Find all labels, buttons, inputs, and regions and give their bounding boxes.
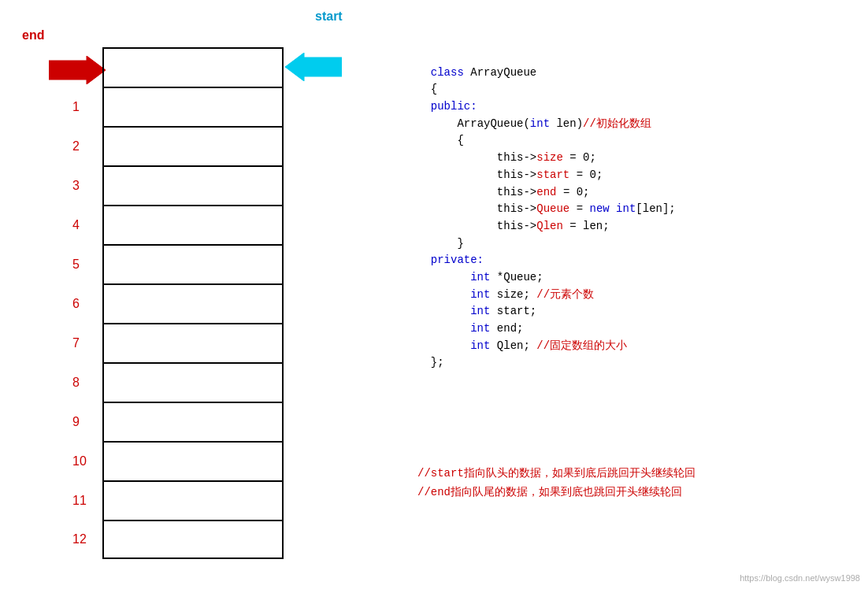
cell-index-8: 8 [72,376,80,390]
cell-index-4: 4 [72,218,80,232]
array-cell-12: 12 [102,520,284,559]
array-cell-9: 9 [102,402,284,441]
array-cell-2: 2 [102,126,284,165]
cell-index-5: 5 [72,257,80,272]
cell-index-10: 10 [72,454,87,469]
array-cell-8: 8 [102,362,284,402]
array-visualization: 0 1 2 3 4 5 6 7 8 9 10 11 12 [102,47,284,559]
array-cell-6: 6 [102,283,284,323]
watermark: https://blog.csdn.net/wysw1998 [740,573,860,583]
cell-index-9: 9 [72,415,80,429]
end-label: end [22,28,44,43]
note-line-1: //start指向队头的数据，如果到底后跳回开头继续轮回 [417,465,696,483]
cell-index-2: 2 [72,139,80,154]
array-cell-7: 7 [102,323,284,362]
array-cell-1: 1 [102,87,284,126]
cell-index-1: 1 [72,100,80,114]
cell-index-12: 12 [72,532,87,546]
start-arrow [285,53,342,85]
svg-marker-1 [285,53,342,81]
array-cell-4: 4 [102,205,284,244]
cell-index-7: 7 [72,336,80,350]
cell-index-0: 0 [72,61,80,75]
footer-notes: //start指向队头的数据，如果到底后跳回开头继续轮回 //end指向队尾的数… [417,465,696,502]
cell-index-11: 11 [72,494,87,508]
array-cell-11: 11 [102,480,284,520]
array-cell-5: 5 [102,244,284,283]
code-block: class ArrayQueue { public: ArrayQueue(in… [417,47,676,372]
array-cell-0: 0 [102,47,284,87]
cell-index-3: 3 [72,179,80,193]
start-label: start [315,9,343,24]
array-cell-10: 10 [102,441,284,480]
array-cell-3: 3 [102,165,284,205]
note-line-2: //end指向队尾的数据，如果到底也跳回开头继续轮回 [417,483,696,502]
cell-index-6: 6 [72,297,80,311]
